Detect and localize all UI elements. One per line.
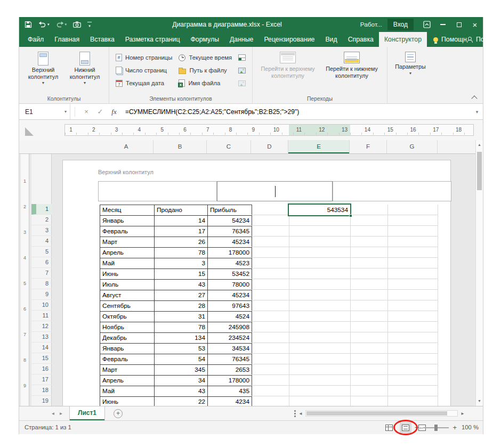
page-number-button[interactable]: Номер страницы: [112, 51, 175, 64]
scroll-down-icon[interactable]: ▼: [476, 397, 483, 405]
redo-icon[interactable]: ▾: [56, 21, 67, 28]
cell[interactable]: Июнь: [100, 269, 155, 280]
insert-function-icon[interactable]: fx: [107, 108, 121, 116]
cell[interactable]: Апрель: [100, 248, 155, 258]
ribbon-tab-4[interactable]: Разметка страниц: [120, 32, 185, 47]
row-header-8[interactable]: 8: [31, 279, 52, 289]
ribbon-tab-10[interactable]: Конструктор: [379, 32, 427, 47]
row-header-4[interactable]: 4: [31, 236, 52, 247]
column-header-C[interactable]: C: [207, 140, 251, 153]
cell[interactable]: 34: [155, 376, 208, 386]
cell[interactable]: 178000: [208, 376, 252, 386]
row-header-6[interactable]: 6: [31, 257, 52, 268]
cell[interactable]: 54: [155, 354, 208, 365]
cell[interactable]: Прибыль: [208, 205, 252, 216]
row-header-18[interactable]: 18: [31, 385, 52, 396]
cell[interactable]: 17: [155, 226, 208, 237]
cell[interactable]: Август: [100, 290, 155, 301]
cell[interactable]: Декабрь: [100, 333, 155, 344]
cell[interactable]: 53: [155, 344, 208, 354]
cell[interactable]: 4234: [208, 397, 252, 406]
row-header-13[interactable]: 13: [31, 332, 52, 343]
file-path-button[interactable]: Путь к файлу: [175, 64, 235, 77]
cell[interactable]: 31: [155, 312, 208, 322]
cell[interactable]: 345: [155, 365, 208, 376]
cell[interactable]: 76345: [208, 226, 252, 237]
cell[interactable]: 27: [155, 290, 208, 301]
ribbon-tab-9[interactable]: Справка: [343, 32, 379, 47]
ribbon-tab-2[interactable]: Главная: [49, 32, 85, 47]
cell[interactable]: Март: [100, 365, 155, 376]
row-header-16[interactable]: 16: [31, 364, 52, 374]
ribbon-tab-3[interactable]: Вставка: [85, 32, 120, 47]
cell[interactable]: Сентябрь: [100, 301, 155, 312]
cell[interactable]: 178000: [208, 248, 252, 258]
ribbon-tab-6[interactable]: Данные: [224, 32, 258, 47]
horizontal-scroll-track[interactable]: [305, 410, 458, 417]
cell[interactable]: 435: [208, 386, 252, 397]
row-header-11[interactable]: 11: [31, 311, 52, 321]
zoom-percentage[interactable]: 100 %: [462, 421, 479, 434]
cell[interactable]: 245908: [208, 322, 252, 333]
cell[interactable]: Ноябрь: [100, 322, 155, 333]
header-dropdown-button[interactable]: Верхний колонтитул ▾: [22, 48, 64, 94]
cell[interactable]: 3: [155, 258, 208, 269]
scroll-right-icon[interactable]: ►: [460, 411, 465, 416]
cell[interactable]: 134: [155, 333, 208, 344]
row-header-9[interactable]: 9: [31, 289, 52, 300]
row-header-5[interactable]: 5: [31, 247, 52, 257]
undo-icon[interactable]: ▾: [38, 21, 50, 28]
enter-check-icon[interactable]: ✓: [93, 108, 107, 116]
cell[interactable]: 43: [155, 386, 208, 397]
row-header-12[interactable]: 12: [31, 321, 52, 332]
cell[interactable]: Июль: [100, 280, 155, 290]
ribbon-tab-5[interactable]: Формулы: [185, 32, 224, 47]
zoom-in-icon[interactable]: +: [453, 423, 457, 431]
cell[interactable]: 78: [155, 322, 208, 333]
column-header-E[interactable]: E: [288, 140, 350, 153]
maximize-button[interactable]: [451, 17, 467, 32]
vertical-scroll-thumb[interactable]: [477, 152, 482, 190]
cell[interactable]: 4524: [208, 312, 252, 322]
column-header-B[interactable]: B: [153, 140, 207, 153]
name-box[interactable]: E1 ▾: [19, 104, 70, 119]
name-box-dropdown-icon[interactable]: ▾: [64, 109, 67, 114]
zoom-slider-thumb[interactable]: [434, 425, 438, 431]
sheet-nav-left-icon[interactable]: ◄: [49, 411, 57, 416]
cell[interactable]: Май: [100, 258, 155, 269]
row-header-1[interactable]: 1: [31, 204, 52, 215]
row-header-10[interactable]: 10: [31, 300, 52, 311]
header-section-right[interactable]: [333, 181, 451, 201]
row-header-2[interactable]: 2: [31, 215, 52, 225]
ribbon-tab-7[interactable]: Рецензирование: [258, 32, 320, 47]
header-section-center[interactable]: [217, 181, 333, 201]
cell[interactable]: Октябрь: [100, 312, 155, 322]
column-header-D[interactable]: D: [251, 140, 288, 153]
selected-cell-E1[interactable]: 543534: [288, 203, 351, 216]
ribbon-tab-1[interactable]: Файл: [22, 32, 49, 47]
row-header-3[interactable]: 3: [31, 225, 52, 236]
cell[interactable]: 78000: [208, 280, 252, 290]
cell[interactable]: Апрель: [100, 376, 155, 386]
file-name-button[interactable]: Имя файла: [175, 77, 235, 89]
collapse-ribbon-icon[interactable]: [472, 95, 476, 99]
vertical-scrollbar[interactable]: ▲ ▼: [475, 140, 483, 406]
cell[interactable]: Февраль: [100, 354, 155, 365]
cell[interactable]: Продано: [155, 205, 208, 216]
column-header-F[interactable]: F: [350, 140, 387, 153]
cell[interactable]: 76345: [208, 354, 252, 365]
cell[interactable]: 45234: [208, 237, 252, 248]
add-sheet-icon[interactable]: +: [114, 409, 123, 418]
cell[interactable]: 34534: [208, 344, 252, 354]
cell[interactable]: 53452: [208, 269, 252, 280]
help-assistant-button[interactable]: Помощн: [433, 32, 467, 47]
sheet-nav-right-icon[interactable]: ►: [57, 411, 65, 416]
cell[interactable]: Май: [100, 386, 155, 397]
row-header-7[interactable]: 7: [31, 268, 52, 279]
cell[interactable]: Месяц: [100, 205, 155, 216]
picture-button[interactable]: [235, 64, 249, 77]
expand-formula-bar-icon[interactable]: ▾: [471, 109, 483, 115]
sheet-tab-list1[interactable]: Лист1: [69, 406, 105, 420]
horizontal-scrollbar[interactable]: ◄ ►: [294, 406, 465, 420]
current-time-button[interactable]: Текущее время: [175, 51, 235, 64]
